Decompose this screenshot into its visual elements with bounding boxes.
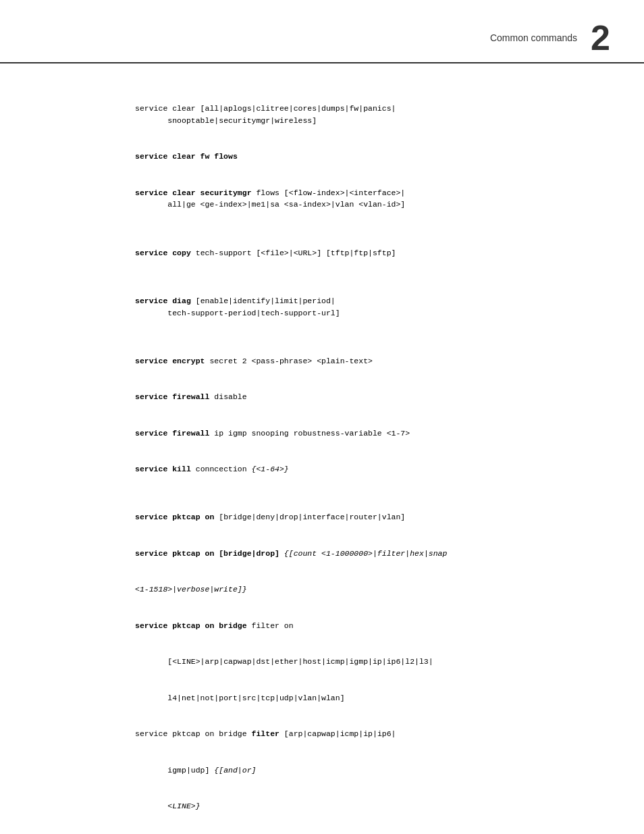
page-header: Common commands 2 bbox=[0, 0, 644, 63]
line-17: [<LINE>|arp|capwap|dst|ether|host|icmp|i… bbox=[135, 657, 433, 666]
header-title: Common commands bbox=[490, 32, 577, 43]
line-10: service firewall disable bbox=[135, 392, 247, 401]
line-4: service clear securitymgr flows [<flow-i… bbox=[135, 188, 405, 197]
line-3: service clear fw flows bbox=[135, 152, 238, 161]
line-20: igmp|udp] {[and|or] bbox=[135, 766, 256, 775]
command-reference: service clear [all|aplogs|clitree|cores|… bbox=[135, 90, 590, 834]
page-number: 2 bbox=[591, 20, 610, 55]
line-18: l4|net|not|port|src|tcp|udp|vlan|wlan] bbox=[135, 694, 345, 702]
line-1: service clear [all|aplogs|clitree|cores|… bbox=[135, 104, 396, 113]
line-5: all|ge <ge-index>|me1|sa <sa-index>|vlan… bbox=[135, 200, 405, 209]
line-21: <LINE>} bbox=[135, 802, 200, 810]
line-11: service firewall ip igmp snooping robust… bbox=[135, 429, 410, 438]
line-15: <1-1518>|verbose|write]} bbox=[135, 585, 247, 594]
line-13: service pktcap on [bridge|deny|drop|inte… bbox=[135, 513, 405, 521]
line-8: tech-support-period|tech-support-url] bbox=[135, 309, 340, 317]
line-7: service diag [enable|identify|limit|peri… bbox=[135, 296, 336, 305]
line-9: service encrypt secret 2 <pass-phrase> <… bbox=[135, 357, 373, 365]
line-14: service pktcap on [bridge|drop] {[count … bbox=[135, 549, 447, 558]
line-19: service pktcap on bridge filter [arp|cap… bbox=[135, 729, 396, 738]
line-12: service kill conncection {<1-64>} bbox=[135, 465, 289, 473]
content-area: service clear [all|aplogs|clitree|cores|… bbox=[0, 84, 644, 834]
line-6: service copy tech-support [<file>|<URL>]… bbox=[135, 249, 396, 257]
line-16: service pktcap on bridge filter on bbox=[135, 621, 294, 630]
line-2: snooptable|securitymgr|wireless] bbox=[135, 116, 317, 125]
